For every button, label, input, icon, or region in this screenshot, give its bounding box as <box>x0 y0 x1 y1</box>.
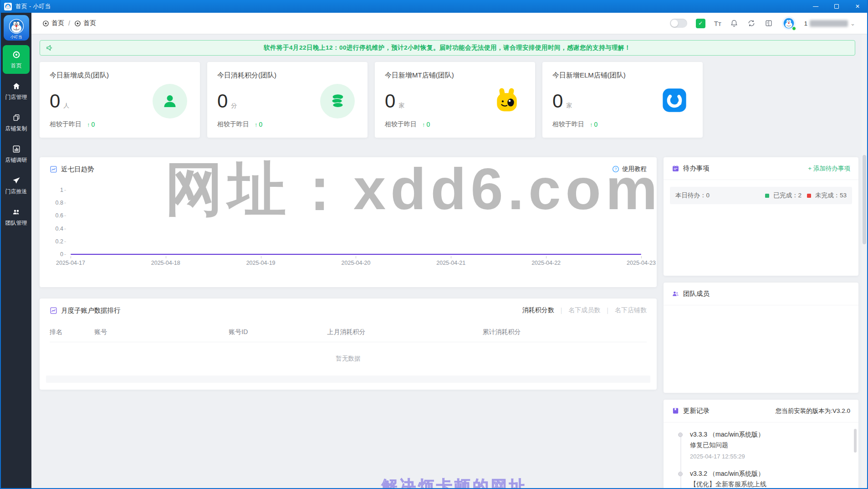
breadcrumb-item-home[interactable]: 首页 <box>42 19 64 27</box>
up-arrow-icon: ↑ <box>255 121 258 128</box>
stat-card-points-used: 今日消耗积分(团队) 0分 相较于昨日↑0 <box>207 62 368 138</box>
font-size-icon[interactable]: Tт <box>714 20 721 27</box>
stat-value: 0 <box>217 90 228 112</box>
meituan-icon <box>493 87 521 114</box>
breadcrumb-label: 首页 <box>83 19 96 27</box>
copy-icon <box>12 113 21 122</box>
chart-plot-area: 1 0.8 0.6 0.4 0.2 0 2025-04-17 2025-04-1… <box>51 187 641 281</box>
svg-text:?: ? <box>615 167 617 171</box>
maximize-button[interactable] <box>826 0 847 13</box>
help-icon: ? <box>612 165 619 173</box>
sidebar-item-label: 门店管理 <box>5 93 27 101</box>
breadcrumb-label: 首页 <box>51 19 64 27</box>
sidebar-item-store-push[interactable]: 门店推送 <box>3 171 30 200</box>
refresh-icon[interactable] <box>747 19 756 28</box>
y-tick: 0 <box>60 251 63 257</box>
ranking-chart-icon <box>50 307 57 314</box>
x-tick: 2025-04-19 <box>246 260 276 266</box>
x-tick: 2025-04-20 <box>342 260 371 266</box>
todo-legend: 已完成：2 未完成：53 <box>765 191 847 200</box>
team-title: 团队成员 <box>683 289 710 298</box>
minimize-button[interactable]: — <box>805 0 826 13</box>
y-tick: 0.6 <box>56 212 63 219</box>
sidebar-item-home[interactable]: 首页 <box>3 45 30 74</box>
column-header: 上月消耗积分 <box>327 328 483 336</box>
breadcrumb-separator: / <box>68 20 70 27</box>
sidebar-nav: 首页 门店管理 店铺复制 店铺调研 门店推送 团队管理 <box>1 45 31 234</box>
ranking-table: 排名 账号 账号ID 上月消耗积分 累计消耗积分 暂无数据 <box>50 322 647 371</box>
tab-separator: | <box>561 307 562 314</box>
user-menu[interactable]: 1 ⌄ <box>804 20 855 27</box>
compare-label: 相较于昨日 <box>50 120 82 129</box>
avatar[interactable] <box>782 16 796 30</box>
todo-today-count: 本日待办：0 <box>675 191 710 200</box>
app-logo[interactable]: 小叮当 <box>4 15 29 41</box>
y-tick: 0.4 <box>56 226 63 232</box>
close-button[interactable]: ✕ <box>847 0 868 13</box>
sidebar-item-label: 店铺调研 <box>5 156 27 164</box>
ranking-header: 月度子账户数据排行 消耗积分数 | 名下成员数 | 名下店铺数 <box>40 299 657 322</box>
tab-separator: | <box>607 307 608 314</box>
eleme-icon <box>661 87 688 114</box>
bell-icon[interactable] <box>730 19 739 28</box>
topbar-tools: ✓ Tт 1 ⌄ <box>670 16 855 30</box>
update-title: 更新记录 <box>683 407 710 415</box>
sidebar-item-team-manage[interactable]: 团队管理 <box>3 202 30 231</box>
tab-member-count[interactable]: 名下成员数 <box>568 306 600 314</box>
update-log-card: 更新记录 您当前安装的版本为:V3.2.0 v3.3.3 （mac/win系统版… <box>664 400 858 489</box>
todo-card: 待办事项 + 添加待办事项 本日待办：0 已完成：2 未完成：53 <box>664 157 858 276</box>
panel-scrollbar-thumb[interactable] <box>854 429 857 453</box>
update-entry: v3.3.3 （mac/win系统版） 修复已知问题 2025-04-17 12… <box>690 431 847 460</box>
update-timeline: v3.3.3 （mac/win系统版） 修复已知问题 2025-04-17 12… <box>679 431 847 489</box>
todo-header: 待办事项 + 添加待办事项 <box>664 157 858 180</box>
breadcrumb-item-current[interactable]: 首页 <box>74 19 96 27</box>
column-header: 账号ID <box>229 328 327 336</box>
up-arrow-icon: ↑ <box>590 121 593 128</box>
sidebar-item-store-research[interactable]: 店铺调研 <box>3 139 30 168</box>
stat-unit: 家 <box>398 102 404 110</box>
trend-title: 近七日趋势 <box>61 165 94 174</box>
ranking-table-header: 排名 账号 账号ID 上月消耗积分 累计消耗积分 <box>50 322 647 342</box>
update-note: 修复已知问题 <box>690 441 847 449</box>
sidebar-item-label: 首页 <box>11 62 22 70</box>
window-controls: — ✕ <box>805 0 868 13</box>
trend-series-line <box>71 254 641 255</box>
up-arrow-icon: ↑ <box>422 121 425 128</box>
chevron-down-icon: ⌄ <box>850 20 855 27</box>
page-scrollbar-thumb[interactable] <box>863 155 866 244</box>
toggle-knob <box>671 20 678 27</box>
tutorial-link[interactable]: ? 使用教程 <box>612 165 647 173</box>
tab-points-used[interactable]: 消耗积分数 <box>522 306 554 314</box>
team-icon <box>12 207 21 216</box>
notice-text: 软件将于4月22日晚上12：00进行停机维护，预计2小时恢复。届时功能会无法使用… <box>53 44 855 52</box>
ranking-card: 月度子账户数据排行 消耗积分数 | 名下成员数 | 名下店铺数 排名 账号 账号… <box>40 299 657 390</box>
plot <box>71 190 641 254</box>
send-icon <box>12 176 21 185</box>
page-scrollbar-track[interactable] <box>862 35 867 488</box>
stat-unit: 家 <box>566 102 572 110</box>
points-icon <box>320 84 355 118</box>
stat-unit: 人 <box>63 102 69 110</box>
todo-title: 待办事项 <box>683 164 710 173</box>
topbar: 首页 / 首页 ✓ Tт 1 ⌄ <box>31 13 867 34</box>
doraemon-icon <box>5 3 11 10</box>
book-icon <box>672 407 679 415</box>
connection-check-icon[interactable]: ✓ <box>696 19 705 28</box>
column-header: 排名 <box>50 328 94 336</box>
x-tick: 2025-04-22 <box>531 260 561 266</box>
stat-card-new-members: 今日新增成员(团队) 0人 相较于昨日↑0 <box>40 62 200 138</box>
stat-label: 今日新增成员(团队) <box>50 71 109 80</box>
docs-icon[interactable] <box>765 19 773 28</box>
titlebar: 首页 - 小叮当 — ✕ <box>0 0 868 13</box>
add-todo-button[interactable]: + 添加待办事项 <box>808 165 850 173</box>
undone-count: 未完成：53 <box>815 191 847 200</box>
ranking-tabs: 消耗积分数 | 名下成员数 | 名下店铺数 <box>522 306 647 314</box>
stat-value: 0 <box>50 90 60 112</box>
tab-store-count[interactable]: 名下店铺数 <box>615 306 647 314</box>
update-entry: v3.3.2 （mac/win系统版） 【优化】全新客服系统上线 【新增】…… <box>690 470 847 489</box>
line-chart-icon <box>50 165 57 173</box>
member-icon <box>153 84 187 118</box>
theme-toggle[interactable] <box>670 19 687 28</box>
sidebar-item-store-copy[interactable]: 店铺复制 <box>3 108 30 137</box>
sidebar-item-store-manage[interactable]: 门店管理 <box>3 77 30 105</box>
